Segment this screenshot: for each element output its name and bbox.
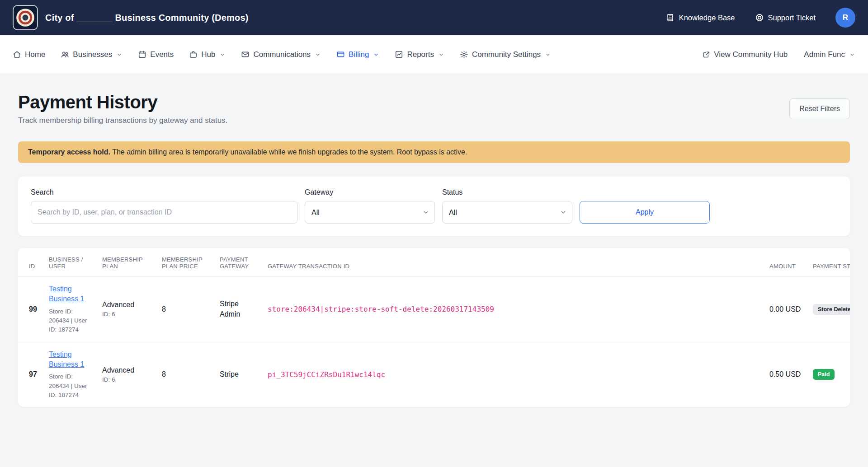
nav-item-hub[interactable]: Hub bbox=[189, 50, 226, 59]
status-badge: Store Deleted bbox=[813, 304, 850, 315]
nav-item-label: Businesses bbox=[73, 50, 112, 59]
payment-gateway: Stripe Admin bbox=[214, 277, 262, 342]
chevron-down-icon bbox=[849, 51, 855, 58]
payments-table-card: IDBUSINESS / USERMEMBERSHIP PLANMEMBERSH… bbox=[18, 248, 850, 407]
events-icon bbox=[138, 50, 146, 59]
membership-plan-id: ID: 6 bbox=[102, 376, 151, 383]
filters-panel: Search Gateway All Status All Apply bbox=[18, 177, 850, 236]
status-field-group: Status All bbox=[442, 188, 572, 224]
transaction-cell: store:206434|stripe:store-soft-delete:20… bbox=[262, 277, 764, 342]
table-scroll-area[interactable]: IDBUSINESS / USERMEMBERSHIP PLANMEMBERSH… bbox=[18, 248, 850, 407]
business-meta: Store ID: 206434 | User ID: 187274 bbox=[49, 372, 91, 400]
nav-items: Home Businesses Events Hub Communication… bbox=[13, 50, 551, 59]
payment-id: 99 bbox=[18, 277, 43, 342]
transaction-cell: pi_3TC59jCCiZRsDu1R1wc14lqc bbox=[262, 342, 764, 407]
home-icon bbox=[13, 50, 21, 59]
nav-item-billing[interactable]: Billing bbox=[336, 50, 379, 59]
column-header: MEMBERSHIP PLAN PRICE bbox=[156, 248, 214, 277]
main-nav: Home Businesses Events Hub Communication… bbox=[0, 35, 868, 74]
column-header: AMOUNT bbox=[764, 248, 807, 277]
payments-table: IDBUSINESS / USERMEMBERSHIP PLANMEMBERSH… bbox=[18, 248, 850, 407]
nav-item-reports[interactable]: Reports bbox=[395, 50, 444, 59]
business-meta: Store ID: 206434 | User ID: 187274 bbox=[49, 307, 91, 335]
table-header-row: IDBUSINESS / USERMEMBERSHIP PLANMEMBERSH… bbox=[18, 248, 850, 277]
gateway-select[interactable]: All bbox=[305, 201, 435, 224]
chevron-down-icon bbox=[373, 51, 379, 58]
nav-item-label: Home bbox=[25, 50, 45, 59]
membership-plan: Advanced bbox=[102, 301, 151, 309]
life-ring-icon bbox=[755, 13, 764, 22]
column-header: PAYMENT STATUS bbox=[807, 248, 850, 277]
column-header: ID bbox=[18, 248, 43, 277]
gateway-transaction-id: store:206434|stripe:store-soft-delete:20… bbox=[268, 305, 494, 313]
user-avatar[interactable]: R bbox=[835, 8, 855, 28]
admin-func-menu[interactable]: Admin Func bbox=[804, 50, 855, 59]
chevron-down-icon bbox=[315, 51, 321, 58]
nav-item-businesses[interactable]: Businesses bbox=[61, 50, 123, 59]
search-field-group: Search bbox=[31, 188, 297, 224]
status-select[interactable]: All bbox=[442, 201, 572, 224]
table-row: 99 Testing Business 1 Store ID: 206434 |… bbox=[18, 277, 850, 342]
chevron-down-icon bbox=[438, 51, 444, 58]
page-header: Payment History Track membership billing… bbox=[18, 92, 850, 125]
business-user-cell: Testing Business 1 Store ID: 206434 | Us… bbox=[43, 277, 97, 342]
nav-item-label: Events bbox=[150, 50, 174, 59]
businesses-icon bbox=[61, 50, 69, 59]
gateway-field-group: Gateway All bbox=[305, 188, 435, 224]
gateway-transaction-id: pi_3TC59jCCiZRsDu1R1wc14lqc bbox=[268, 370, 385, 379]
page-subtitle: Track membership billing transactions by… bbox=[18, 116, 227, 125]
reset-filters-button[interactable]: Reset Filters bbox=[789, 98, 850, 119]
nav-item-label: Community Settings bbox=[472, 50, 541, 59]
membership-plan-cell: Advanced ID: 6 bbox=[97, 342, 156, 407]
nav-item-label: Hub bbox=[201, 50, 215, 59]
top-header-right: Knowledge Base Support Ticket R bbox=[666, 8, 855, 28]
search-input[interactable] bbox=[31, 201, 297, 224]
business-user-cell: Testing Business 1 Store ID: 206434 | Us… bbox=[43, 342, 97, 407]
banner-text: The admin billing area is temporarily un… bbox=[112, 148, 467, 156]
nav-item-label: Reports bbox=[407, 50, 434, 59]
status-cell: Paid bbox=[807, 342, 850, 407]
billing-icon bbox=[336, 50, 345, 59]
hub-icon bbox=[189, 50, 198, 59]
site-title: City of _______ Business Community (Demo… bbox=[45, 13, 249, 23]
payment-gateway: Stripe bbox=[214, 342, 262, 407]
nav-right: View Community Hub Admin Func bbox=[703, 50, 855, 59]
apply-button[interactable]: Apply bbox=[580, 201, 710, 224]
membership-plan-id: ID: 6 bbox=[102, 311, 151, 318]
nav-item-home[interactable]: Home bbox=[13, 50, 45, 59]
view-community-hub-link[interactable]: View Community Hub bbox=[703, 50, 788, 59]
support-ticket-link[interactable]: Support Ticket bbox=[755, 13, 816, 22]
communications-icon bbox=[241, 50, 250, 59]
nav-item-label: Communications bbox=[253, 50, 311, 59]
settings-icon bbox=[460, 50, 468, 59]
amount: 0.00 USD bbox=[764, 277, 807, 342]
page-title: Payment History bbox=[18, 92, 227, 112]
top-header: City of _______ Business Community (Demo… bbox=[0, 0, 868, 35]
book-icon bbox=[666, 13, 675, 22]
column-header: BUSINESS / USER bbox=[43, 248, 97, 277]
column-header: GATEWAY TRANSACTION ID bbox=[262, 248, 764, 277]
community-logo[interactable] bbox=[13, 5, 38, 30]
nav-item-events[interactable]: Events bbox=[138, 50, 174, 59]
amount: 0.50 USD bbox=[764, 342, 807, 407]
knowledge-base-link[interactable]: Knowledge Base bbox=[666, 13, 735, 22]
business-link[interactable]: Testing Business 1 bbox=[49, 350, 91, 370]
status-badge: Paid bbox=[813, 369, 835, 380]
top-header-left: City of _______ Business Community (Demo… bbox=[13, 5, 249, 30]
view-community-hub-label: View Community Hub bbox=[714, 50, 788, 59]
business-link[interactable]: Testing Business 1 bbox=[49, 284, 91, 304]
nav-item-community-settings[interactable]: Community Settings bbox=[460, 50, 551, 59]
apply-field-group: Apply bbox=[580, 188, 710, 224]
page-header-text: Payment History Track membership billing… bbox=[18, 92, 227, 125]
membership-plan-cell: Advanced ID: 6 bbox=[97, 277, 156, 342]
banner-bold-text: Temporary access hold. bbox=[28, 148, 110, 156]
column-header: MEMBERSHIP PLAN bbox=[97, 248, 156, 277]
membership-plan: Advanced bbox=[102, 366, 151, 374]
status-cell: Store Deleted bbox=[807, 277, 850, 342]
filter-row: Search Gateway All Status All Apply bbox=[31, 188, 837, 224]
plan-price: 8 bbox=[156, 277, 214, 342]
column-header: PAYMENT GATEWAY bbox=[214, 248, 262, 277]
table-row: 97 Testing Business 1 Store ID: 206434 |… bbox=[18, 342, 850, 407]
chevron-down-icon bbox=[219, 51, 226, 58]
nav-item-communications[interactable]: Communications bbox=[241, 50, 321, 59]
